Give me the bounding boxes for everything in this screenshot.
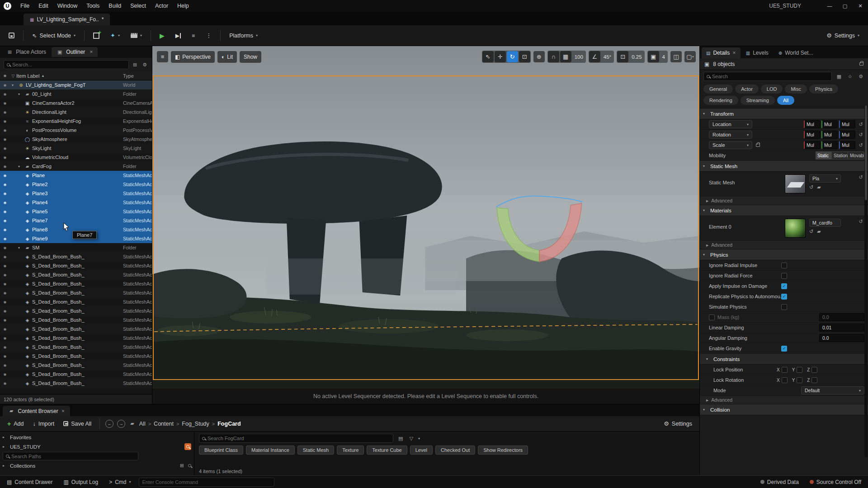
filter-chip[interactable]: Checked Out: [435, 446, 475, 455]
outliner-row[interactable]: ◉ ▾ S_Dead_Broom_Bush_ StaticMeshActor: [0, 270, 152, 279]
details-filter-button[interactable]: Rendering: [703, 96, 738, 105]
rotate-tool-button[interactable]: ↻: [507, 51, 518, 62]
outliner-row[interactable]: ◉ ▾ S_Dead_Broom_Bush_ StaticMeshActor: [0, 306, 152, 315]
cinematics-dropdown[interactable]: ▾: [127, 29, 146, 42]
checkbox[interactable]: [781, 346, 787, 352]
visibility-eye-icon[interactable]: ◉: [0, 219, 10, 223]
outliner-row[interactable]: ◉ ▾ S_Dead_Broom_Bush_ StaticMeshActor: [0, 370, 152, 379]
mobility-option[interactable]: Movable: [848, 151, 864, 160]
visibility-eye-icon[interactable]: ◉: [0, 327, 10, 331]
menu-item[interactable]: Window: [53, 0, 82, 12]
display-options-icon[interactable]: ▦: [835, 74, 843, 80]
value-field[interactable]: 0.0: [819, 313, 864, 321]
z-value-field[interactable]: Mul: [839, 131, 855, 139]
x-value-field[interactable]: Mul: [804, 131, 820, 139]
eye-column-icon[interactable]: ◉: [0, 74, 10, 78]
details-filter-button[interactable]: General: [703, 84, 733, 94]
expand-arrow-icon[interactable]: ▾: [18, 92, 23, 96]
material-asset-dropdown[interactable]: M_cardfo: [809, 219, 841, 227]
menu-item[interactable]: Tools: [82, 0, 104, 12]
grid-snap-value[interactable]: 100: [572, 54, 585, 60]
stop-button[interactable]: ■: [188, 29, 199, 42]
visibility-eye-icon[interactable]: ◉: [0, 282, 10, 286]
close-icon[interactable]: ✕: [90, 50, 93, 54]
outliner-row[interactable]: ◉ ▾ VolumetricCloud VolumetricCloud: [0, 153, 152, 162]
outliner-row[interactable]: ◉ ▾ Plane5 StaticMeshActor: [0, 207, 152, 216]
reset-to-default-icon[interactable]: ↺: [857, 132, 864, 138]
content-browser-settings-button[interactable]: ⚙ Settings: [661, 418, 695, 430]
favorites-row[interactable]: ▸ Favorites: [3, 433, 191, 441]
angle-snap-button[interactable]: ∠: [589, 51, 600, 62]
section-materials[interactable]: ▾ Materials: [700, 205, 868, 216]
viewport-scene[interactable]: ≡ ◧ Perspective ◐ Lit Show: [152, 46, 699, 389]
filter-funnel-icon[interactable]: ▽: [408, 436, 414, 441]
outliner-row[interactable]: ◉ ▾ CineCameraActor2 CineCameraActor: [0, 99, 152, 108]
scale-snap-value[interactable]: 0.25: [629, 54, 644, 60]
angle-snap-value[interactable]: 45°: [601, 54, 613, 60]
outliner-row[interactable]: ◉ ▾ S_Dead_Broom_Bush_ StaticMeshActor: [0, 379, 152, 388]
breadcrumb-item[interactable]: All: [139, 421, 146, 427]
visibility-eye-icon[interactable]: ◉: [0, 201, 10, 205]
details-scrollbar[interactable]: [864, 105, 868, 457]
outliner-row[interactable]: ◉ ▾ S_Dead_Broom_Bush_ StaticMeshActor: [0, 324, 152, 333]
reset-to-default-icon[interactable]: ↺: [857, 174, 864, 180]
breadcrumb-item[interactable]: Fog_Study: [182, 421, 209, 427]
camera-speed-button[interactable]: ▣: [648, 51, 659, 62]
x-value-field[interactable]: Mul: [804, 120, 820, 128]
skip-button[interactable]: ▶: [171, 29, 185, 42]
use-selected-icon[interactable]: ↺: [809, 229, 813, 235]
static-mesh-thumbnail[interactable]: [785, 174, 806, 193]
expand-arrow-icon[interactable]: ▾: [18, 164, 23, 169]
outliner-row[interactable]: ◉ ▾ Plane2 StaticMeshActor: [0, 180, 152, 189]
grid-snap-button[interactable]: ▦: [560, 51, 571, 62]
visibility-eye-icon[interactable]: ◉: [0, 174, 10, 178]
search-collections-icon[interactable]: [188, 464, 191, 467]
filter-chip[interactable]: Level: [410, 446, 433, 455]
tab-outliner[interactable]: ▣ Outliner ✕: [52, 47, 98, 57]
details-filter-button[interactable]: LOD: [761, 84, 783, 94]
content-drawer-button[interactable]: ▤ Content Drawer: [4, 477, 56, 487]
source-control-button[interactable]: Source Control Off: [807, 477, 864, 487]
outliner-row[interactable]: ◉ ▾ S_Dead_Broom_Bush_ StaticMeshActor: [0, 252, 152, 261]
outliner-search-input[interactable]: [12, 62, 126, 67]
menu-item[interactable]: File: [16, 0, 34, 12]
browse-to-asset-icon[interactable]: ▰: [817, 229, 821, 235]
visibility-eye-icon[interactable]: ◉: [0, 119, 10, 123]
visibility-eye-icon[interactable]: ◉: [0, 83, 10, 87]
filter-chip[interactable]: Texture Cube: [367, 446, 407, 455]
visibility-eye-icon[interactable]: ◉: [0, 192, 10, 196]
scale-snap-button[interactable]: ⊡: [617, 51, 628, 62]
close-icon[interactable]: ✕: [732, 51, 736, 55]
checkbox[interactable]: [781, 273, 787, 279]
visibility-eye-icon[interactable]: ◉: [0, 183, 10, 187]
value-field[interactable]: 0.01: [819, 324, 864, 332]
outliner-row[interactable]: ◉ ▾ Plane7 StaticMeshActor: [0, 216, 152, 225]
outliner-row[interactable]: ◉ ▾ ExponentialHeightFog ExponentialHeig…: [0, 117, 152, 126]
visibility-eye-icon[interactable]: ◉: [0, 336, 10, 340]
mode-dropdown[interactable]: Default ▾: [801, 386, 864, 394]
visibility-eye-icon[interactable]: ◉: [0, 255, 10, 259]
visibility-eye-icon[interactable]: ◉: [0, 146, 10, 150]
outliner-row[interactable]: ◉ ▾ PostProcessVolume PostProcessVolume: [0, 126, 152, 135]
section-physics[interactable]: ▾ Physics: [700, 249, 868, 260]
visibility-eye-icon[interactable]: ◉: [0, 363, 10, 367]
visibility-eye-icon[interactable]: ◉: [0, 210, 10, 214]
section-transform[interactable]: ▾ Transform: [700, 108, 868, 119]
visibility-eye-icon[interactable]: ◉: [0, 291, 10, 295]
move-tool-button[interactable]: ✛: [495, 51, 506, 62]
details-filter-button[interactable]: Physics: [809, 84, 838, 94]
mobility-option[interactable]: Stationary: [832, 151, 848, 160]
reset-to-default-icon[interactable]: ↺: [857, 122, 864, 127]
visibility-eye-icon[interactable]: ◉: [0, 228, 10, 232]
pin-column-icon[interactable]: ▽: [10, 74, 16, 78]
z-value-field[interactable]: Mul: [839, 120, 855, 128]
visibility-eye-icon[interactable]: ◉: [0, 246, 10, 250]
outliner-settings-gear-icon[interactable]: ⚙: [141, 62, 148, 68]
expand-arrow-icon[interactable]: ▾: [12, 83, 16, 87]
output-log-button[interactable]: ▥ Output Log: [60, 477, 101, 487]
viewport-panel[interactable]: ≡ ◧ Perspective ◐ Lit Show: [152, 46, 699, 404]
outliner-row[interactable]: ◉ ▾ Plane StaticMeshActor: [0, 171, 152, 180]
viewport-layout-button[interactable]: ◫: [670, 51, 682, 62]
outliner-row[interactable]: ◉ ▾ 00_Light Folder: [0, 89, 152, 99]
transform-axis-dropdown[interactable]: Location ▾: [709, 120, 752, 128]
